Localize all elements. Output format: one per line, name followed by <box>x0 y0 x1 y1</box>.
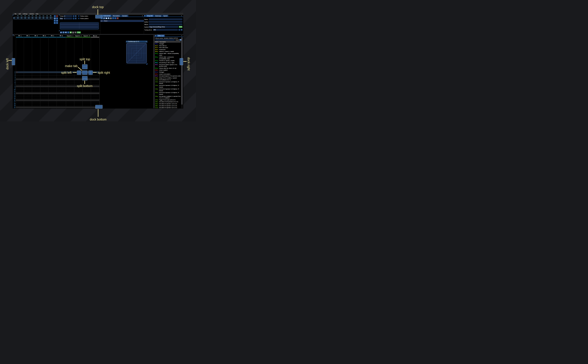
play-from-start-button[interactable] <box>62 31 65 33</box>
pattern-expand-button[interactable]: ++ <box>13 35 15 36</box>
pattern-row[interactable] <box>16 105 99 106</box>
effect-list-collapse-button[interactable]: ▼ <box>155 35 156 36</box>
split-top-target[interactable] <box>82 64 87 69</box>
tuning-decrease-button[interactable]: - <box>178 29 180 31</box>
effect-row[interactable]: 11xxSet feedback (0 to 7) <box>155 79 181 81</box>
effect-row[interactable]: 06xyVolume slide + portamento (compatibi… <box>155 56 181 60</box>
tuning-input[interactable]: 440 <box>153 29 178 31</box>
chevron-down-icon[interactable]: ▼ <box>126 41 127 42</box>
tuning-increase-button[interactable]: + <box>181 29 183 31</box>
octave-input[interactable]: 3 <box>64 15 72 17</box>
menu-file[interactable]: file <box>15 13 16 15</box>
song-info-close-icon[interactable]: × <box>181 15 182 17</box>
menu-window[interactable]: window <box>29 13 34 15</box>
effect-row[interactable]: 0DxxJump to next pattern <box>155 73 181 75</box>
order-add-button[interactable]: + <box>54 15 56 17</box>
effect-row[interactable]: 0CxxRetrigger <box>155 71 181 73</box>
effect-row[interactable]: 19xxSet attack of all operators (0 to 1F… <box>155 101 181 103</box>
dock-bottom-target[interactable] <box>95 105 103 109</box>
name-field[interactable] <box>149 18 182 20</box>
order-move-down-button[interactable]: ∨ <box>54 20 56 22</box>
instrument-move-down-button[interactable]: ↓ <box>114 17 116 19</box>
octave-increase-button[interactable]: + <box>75 15 77 17</box>
effect-row[interactable]: 1AxxSet attack of operator 1 (0 to 1F) <box>155 103 181 105</box>
pattern-cursor-cell[interactable] <box>16 71 18 73</box>
channel-header-fm-3[interactable]: FM 3 <box>32 35 40 37</box>
pattern-row[interactable] <box>16 89 99 91</box>
effect-row[interactable]: 00xyArpeggio <box>155 43 181 45</box>
menu-settings[interactable]: settings <box>23 13 27 15</box>
song-info-collapse-button[interactable]: ▼ <box>144 15 146 17</box>
menu-edit[interactable]: edit <box>19 13 21 15</box>
effect-row[interactable]: 14xxSet level of operator 3 (0 highest, … <box>155 88 181 91</box>
instrument-move-up-button[interactable]: ↑ <box>112 17 114 19</box>
instruments-close-icon[interactable]: × <box>142 15 143 17</box>
order-remove-button[interactable]: − <box>56 15 58 17</box>
effect-list-scrollbar[interactable] <box>181 37 183 108</box>
effect-row[interactable]: 04xyVibrato (x: speed; y: depth) <box>155 51 181 52</box>
effect-row[interactable]: 03xxPortamento <box>155 49 181 51</box>
pattern-row[interactable] <box>16 94 99 96</box>
oscilloscope-close-icon[interactable]: × <box>146 41 147 42</box>
effect-row[interactable]: 07xyTremolo (x: speed; y: depth) <box>155 60 181 62</box>
effect-row[interactable]: 13xxSet level of operator 2 (0 highest, … <box>155 84 181 88</box>
vertical-splitter[interactable] <box>153 35 154 108</box>
channel-header-square-1[interactable]: Square 1 <box>66 35 74 37</box>
channel-header-noise[interactable]: Noise <box>91 35 99 37</box>
channel-header-square-3[interactable]: Square 3 <box>82 35 91 37</box>
order-duplicate-button[interactable] <box>54 17 56 20</box>
pattern-row[interactable] <box>16 96 99 98</box>
menu-help[interactable]: help <box>36 13 38 15</box>
pattern-preview[interactable] <box>60 22 99 29</box>
pattern-row[interactable] <box>16 99 99 101</box>
effect-row[interactable]: 15xxSet level of operator 4 (0 highest, … <box>155 92 181 95</box>
pattern-row[interactable] <box>16 82 99 84</box>
step-decrease-button[interactable]: - <box>73 18 74 20</box>
channel-header-fm-6[interactable]: FM 6 <box>57 35 66 37</box>
dock-right-target[interactable] <box>180 58 183 65</box>
instrument-list-item[interactable]: - None - <box>100 20 144 22</box>
effect-list-close-icon[interactable]: × <box>181 35 182 37</box>
make-tab-target[interactable] <box>82 71 87 75</box>
effect-row[interactable]: 16xySet operator multiplier (x: operator… <box>155 96 181 99</box>
split-bottom-target[interactable] <box>82 76 87 80</box>
order-duplicate-end-button[interactable]: ⇊ <box>56 20 58 22</box>
effect-row[interactable]: 01xxPitch slide up <box>155 45 181 47</box>
resize-grip-icon[interactable] <box>146 63 147 65</box>
channel-header-fm-2[interactable]: FM 2 <box>24 35 32 37</box>
pattern-row[interactable] <box>16 98 99 99</box>
follow-orders-checkbox[interactable]: ✓ <box>78 15 79 17</box>
pattern-row[interactable] <box>16 108 99 109</box>
effect-row[interactable]: 09xxSet groove pattern (speed 1 if no gr… <box>155 64 181 67</box>
effect-row[interactable]: 12xxSet level of operator 1 (0 highest, … <box>155 81 181 84</box>
effect-list-scrollbar-thumb[interactable] <box>181 37 182 104</box>
effect-row[interactable]: 0AxyVolume slide (0y: down; x0: up) <box>155 67 181 69</box>
channel-header-square-2[interactable]: Square 2 <box>74 35 82 37</box>
effect-search-input[interactable] <box>155 39 175 41</box>
instrument-organize-button[interactable] <box>110 17 112 19</box>
effect-row[interactable]: 1CxxSet attack of operator 3 (0 to 1F) <box>155 107 181 109</box>
author-field[interactable] <box>149 21 182 23</box>
pattern-row[interactable] <box>16 92 99 94</box>
instrument-duplicate-button[interactable] <box>103 17 105 19</box>
step-increase-button[interactable]: + <box>75 18 77 20</box>
stop-button[interactable] <box>70 31 72 33</box>
octave-decrease-button[interactable]: - <box>73 15 74 17</box>
poly-toggle-button[interactable]: Poly <box>77 31 81 33</box>
order-move-up-button[interactable]: ∧ <box>56 17 58 20</box>
effect-row[interactable]: 08xySet panning (x: left; y: right) <box>155 62 181 64</box>
system-auto-button[interactable]: Auto <box>179 26 182 28</box>
play-one-row-button[interactable] <box>65 31 67 33</box>
channel-header-fm-4[interactable]: FM 4 <box>40 35 48 37</box>
orders-selected-row[interactable] <box>13 17 53 19</box>
effect-row[interactable]: 1BxxSet attack of operator 2 (0 to 1F) <box>155 105 181 107</box>
order-edit-mode-button[interactable]: ↖ <box>56 22 58 24</box>
play-button[interactable]: ▶ <box>60 31 62 33</box>
effect-row[interactable]: 0BxxJump to pattern <box>155 69 181 71</box>
step-row-button[interactable]: ↓ <box>67 31 69 33</box>
effect-row[interactable]: 10xySetup LFO (x: enable; y: speed) <box>155 77 181 79</box>
pattern-row[interactable] <box>16 106 99 108</box>
instrument-open-button[interactable] <box>105 17 107 19</box>
pattern-row[interactable] <box>16 91 99 92</box>
follow-pattern-checkbox[interactable]: ✓ <box>78 18 79 19</box>
